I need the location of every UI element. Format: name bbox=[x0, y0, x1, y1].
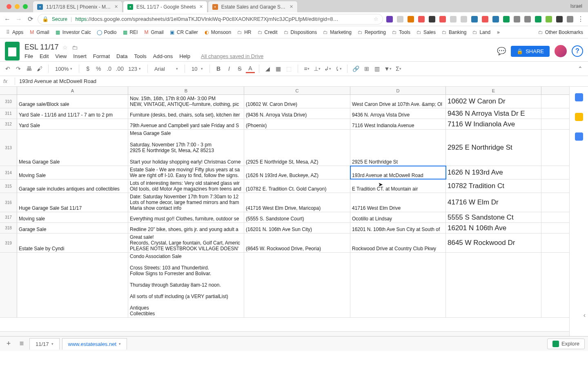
cell[interactable]: 79th Avenue and Campbell yard sale Frida… bbox=[128, 119, 244, 129]
bookmark-item[interactable]: 🗀Credit bbox=[256, 29, 279, 36]
column-header-c[interactable]: C bbox=[244, 87, 350, 94]
star-icon[interactable]: ☆ bbox=[374, 16, 379, 22]
extension-icon[interactable] bbox=[408, 16, 414, 22]
cell[interactable]: Lots of interesting items: Very old stai… bbox=[128, 180, 244, 193]
extension-icon[interactable] bbox=[461, 16, 467, 22]
grid-rows[interactable]: 310Garage sale/Block saleNov. 15th, 16th… bbox=[0, 95, 569, 331]
cell[interactable]: Garage Sale bbox=[17, 223, 128, 233]
browser-tab[interactable]: ▪ESL 11/17 - Google Sheets✕ bbox=[123, 1, 207, 12]
row-header[interactable]: 311 bbox=[0, 108, 17, 119]
cell[interactable]: (Phoenix) bbox=[244, 119, 350, 129]
cell[interactable]: Great sale! Records, Crystal, Large foun… bbox=[128, 233, 244, 252]
sheets-logo-icon[interactable] bbox=[5, 42, 20, 61]
extension-icon[interactable] bbox=[418, 16, 425, 22]
column-header-d[interactable]: D bbox=[350, 87, 446, 94]
menu-item[interactable]: Edit bbox=[40, 53, 49, 59]
all-sheets-button[interactable]: ≡ bbox=[16, 339, 27, 349]
extension-icon[interactable] bbox=[439, 16, 446, 22]
extension-icon[interactable] bbox=[482, 16, 488, 22]
menu-item[interactable]: File bbox=[24, 53, 33, 59]
strikethrough-button[interactable]: S bbox=[235, 64, 244, 73]
cell[interactable]: Everything must go!! Clothes, furniture,… bbox=[128, 212, 244, 222]
cell[interactable]: 2925 E Northridge St bbox=[446, 130, 541, 166]
text-color-button[interactable]: A bbox=[246, 64, 255, 73]
bookmark-item[interactable]: MGmail bbox=[27, 29, 51, 36]
cell[interactable]: 41716 West Elm Drive bbox=[350, 193, 446, 212]
cell[interactable]: Moving sale bbox=[17, 212, 128, 222]
number-format-select[interactable]: 123▾ bbox=[126, 65, 143, 73]
h-align-button[interactable]: ≡▾ bbox=[302, 64, 311, 73]
cell[interactable]: 193rd Avenue at McDowell Road bbox=[350, 166, 446, 179]
minimize-window-button[interactable] bbox=[15, 4, 20, 9]
bookmark-item[interactable]: ▦REI bbox=[120, 29, 139, 36]
sheet-tab[interactable]: 11/17▾ bbox=[29, 338, 60, 350]
link-button[interactable]: 🔗 bbox=[352, 64, 361, 73]
extension-icon[interactable] bbox=[524, 16, 531, 22]
bookmark-item[interactable]: 🗀Marketing bbox=[321, 29, 353, 36]
cell[interactable]: (9436 N. Arroya Vista Drive) bbox=[244, 108, 350, 119]
cell[interactable]: Garage sale includes antiques and collec… bbox=[17, 180, 128, 193]
v-align-button[interactable]: ⊥▾ bbox=[313, 64, 322, 73]
collapse-toolbar-button[interactable]: ⌃ bbox=[576, 64, 585, 73]
star-document-icon[interactable]: ☆ bbox=[62, 44, 68, 51]
cell[interactable]: 1626 N 193rd Ave bbox=[446, 166, 541, 179]
decrease-decimal-button[interactable]: .0 bbox=[105, 64, 114, 73]
italic-button[interactable]: I bbox=[225, 64, 234, 73]
cell[interactable]: 5555 S Sandstone Ct bbox=[446, 212, 541, 222]
cell[interactable]: 2925 E Northridge St bbox=[350, 130, 446, 166]
extension-icon[interactable] bbox=[546, 16, 552, 22]
cell[interactable]: 10782 Tradition Ct bbox=[446, 180, 541, 193]
column-header-b[interactable]: B bbox=[128, 87, 244, 94]
cell[interactable]: Redline 20" bike, shoes, girls jr. and y… bbox=[128, 223, 244, 233]
undo-button[interactable]: ↶ bbox=[3, 64, 12, 73]
browser-tab[interactable]: ▪Estate Sales and Garage Sales…✕ bbox=[208, 1, 298, 12]
currency-button[interactable]: $ bbox=[83, 64, 92, 73]
comment-button[interactable]: ⊞ bbox=[362, 64, 371, 73]
row-header[interactable] bbox=[0, 253, 17, 317]
cell[interactable]: Yard Sale - 11/16 and 11/17 - 7 am to 2 … bbox=[17, 108, 128, 119]
forward-button[interactable]: → bbox=[15, 15, 23, 23]
cell[interactable]: Ocotillo at Lindsay bbox=[350, 212, 446, 222]
menu-item[interactable]: Format bbox=[93, 53, 110, 59]
back-button[interactable]: ← bbox=[3, 15, 11, 23]
functions-button[interactable]: Σ▾ bbox=[394, 64, 403, 73]
cell[interactable]: Date: Saturday November 17th from 7:30am… bbox=[128, 193, 244, 212]
row-header[interactable]: 310 bbox=[0, 95, 17, 108]
overflow-icon[interactable]: » bbox=[494, 29, 502, 35]
cell[interactable]: 7116 W Indianola Ave bbox=[446, 119, 541, 129]
bookmark-item[interactable]: ⠿Apps bbox=[3, 29, 25, 36]
row-header[interactable]: 315 bbox=[0, 180, 17, 193]
browser-tab[interactable]: ▪11/17/18 ESL | Phoenix - Mark…✕ bbox=[33, 1, 122, 12]
bookmark-item[interactable]: ▦Investor Calc bbox=[53, 29, 93, 36]
side-panel-app-icon[interactable] bbox=[575, 132, 583, 141]
cell[interactable]: E Tradition CT. at Mountain air bbox=[350, 180, 446, 193]
cell[interactable]: 9436 N. Arroya Vista Drive bbox=[350, 108, 446, 119]
bookmark-item[interactable]: 🗀Land bbox=[470, 29, 492, 36]
paint-format-button[interactable]: 🖌 bbox=[35, 64, 44, 73]
fill-color-button[interactable]: ◢ bbox=[263, 64, 272, 73]
redo-button[interactable]: ↷ bbox=[14, 64, 23, 73]
cell[interactable]: West Caron Drive at 107th Ave. &amp; Ol bbox=[350, 95, 446, 108]
close-tab-icon[interactable]: ✕ bbox=[114, 4, 118, 9]
add-sheet-button[interactable]: + bbox=[3, 339, 14, 349]
column-header-e[interactable]: E bbox=[446, 87, 541, 94]
row-header[interactable]: 313 bbox=[0, 130, 17, 166]
menu-item[interactable]: Add-ons bbox=[153, 53, 173, 59]
explore-button[interactable]: Explore bbox=[547, 339, 585, 349]
increase-decimal-button[interactable]: .00 bbox=[115, 64, 124, 73]
menu-item[interactable]: Data bbox=[116, 53, 127, 59]
extension-icon[interactable] bbox=[514, 16, 520, 22]
extension-icon[interactable] bbox=[567, 16, 573, 22]
extension-icon[interactable] bbox=[503, 16, 510, 22]
cell[interactable]: Garage sale/Block sale bbox=[17, 95, 128, 108]
side-panel-app-icon[interactable] bbox=[575, 113, 583, 121]
extension-icon[interactable] bbox=[429, 16, 435, 22]
font-select[interactable]: Arial▾ bbox=[152, 65, 180, 73]
merge-button[interactable]: ⬚ bbox=[285, 64, 294, 73]
address-bar[interactable]: 🔒 Secure | https://docs.google.com/sprea… bbox=[38, 14, 383, 25]
sheet-tab[interactable]: www.estatesales.net▾ bbox=[62, 338, 127, 350]
cell[interactable]: Huge Garage Sale Sat 11/17 bbox=[17, 193, 128, 212]
menu-icon[interactable]: ⋮ bbox=[577, 15, 585, 23]
close-window-button[interactable] bbox=[7, 4, 11, 9]
cell[interactable]: Estate Sale by Cyndi bbox=[17, 233, 128, 252]
